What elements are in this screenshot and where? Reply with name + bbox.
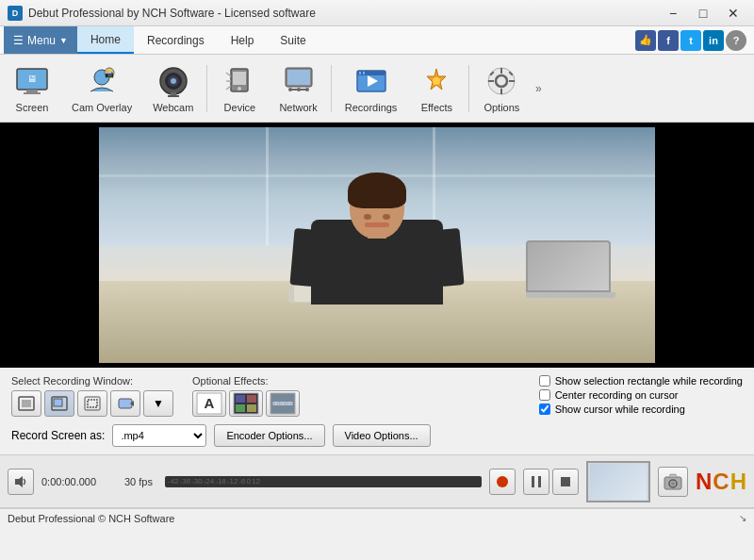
record-dropdown-button[interactable]: ▼ [143,390,173,417]
svg-point-61 [671,482,675,486]
svg-rect-34 [509,80,515,82]
controls-row2: Record Screen as: .mp4 .avi .wmv .mov En… [11,424,743,447]
facebook-like-icon[interactable]: 👍 [635,30,656,51]
facebook-icon[interactable]: f [658,30,679,51]
recordings-label: Recordings [345,102,398,113]
video-frame [99,127,655,363]
video-effect-button[interactable] [229,390,263,417]
svg-rect-50 [236,404,245,412]
svg-text:📷: 📷 [105,69,114,78]
toolbar-item-cam-overlay[interactable]: 📷 Cam Overlay [62,58,141,119]
pause-button[interactable] [523,469,549,495]
volume-button[interactable] [8,469,34,495]
effects-icon [419,64,453,98]
nch-h: H [730,469,746,495]
options-icon [484,64,518,98]
show-cursor-row: Show cursor while recording [539,404,743,415]
toolbar-item-recordings[interactable]: Recordings [336,58,407,119]
svg-rect-16 [233,72,246,85]
minimize-button[interactable]: − [660,4,686,23]
svg-rect-33 [488,80,494,82]
svg-rect-19 [287,70,310,85]
close-button[interactable]: ✕ [720,4,746,23]
toolbar-more-button[interactable]: » [532,58,545,119]
svg-rect-25 [357,71,385,75]
menu-dropdown-button[interactable]: ☰ Menu ▼ [4,26,77,54]
region-record-button[interactable] [77,390,107,417]
svg-point-28 [433,77,440,85]
show-selection-rect-checkbox[interactable] [539,375,550,387]
text-effect-button[interactable]: A [192,390,226,417]
status-corner: ↘ [739,513,746,523]
network-icon [282,64,316,98]
svg-rect-42 [88,400,97,407]
format-select[interactable]: .mp4 .avi .wmv .mov [112,424,206,447]
toolbar-item-screen[interactable]: 🖥 Screen [4,58,60,119]
help-icon[interactable]: ? [726,30,746,51]
effects-label: Effects [421,102,452,113]
toolbar-item-effects[interactable]: Effects [408,58,465,119]
center-recording-label: Center recording on cursor [555,389,679,401]
preview-thumbnail[interactable] [586,461,650,502]
show-cursor-label: Show cursor while recording [555,404,685,415]
svg-rect-26 [359,72,361,74]
title-bar-controls: − □ ✕ [660,4,746,23]
network-label: Network [279,102,317,113]
time-display: 0:00:00.000 [41,476,117,487]
watermark-effect-button[interactable]: 00:00:00 [266,390,300,417]
toolbar-item-options[interactable]: Options [473,58,530,119]
webcam-label: Webcam [153,102,193,113]
window-title: Debut Professional by NCH Software - Lic… [28,7,316,20]
svg-text:A: A [205,395,215,411]
center-recording-checkbox[interactable] [539,389,550,401]
recordings-icon [354,64,388,98]
svg-rect-3 [26,90,38,92]
svg-rect-38 [22,400,31,407]
recording-window-label: Select Recording Window: [11,375,173,387]
svg-rect-40 [54,399,62,406]
device-icon [222,64,256,98]
menu-right-icons: 👍 f t in ? [635,26,750,54]
show-cursor-checkbox[interactable] [539,404,550,415]
encoder-options-button[interactable]: Encoder Options... [214,424,324,447]
record-more-button[interactable] [110,390,140,417]
status-bar: Debut Professional © NCH Software ↘ [0,508,754,527]
menu-item-home[interactable]: Home [77,26,134,54]
title-bar: D Debut Professional by NCH Software - L… [0,0,754,26]
menu-label: Menu [27,34,56,47]
menu-bar: ☰ Menu ▼ Home Recordings Help Suite 👍 f … [0,26,754,55]
svg-rect-31 [500,68,502,74]
video-options-button[interactable]: Video Options... [333,424,431,447]
toolbar: 🖥 Screen 📷 Cam Overlay We [0,55,754,123]
fps-display: 30 fps [124,476,157,487]
linkedin-icon[interactable]: in [703,30,724,51]
fullscreen-record-button[interactable] [11,390,41,417]
menu-item-suite[interactable]: Suite [267,26,319,54]
controls-area: Select Recording Window: ▼ Optional Effe [0,368,754,455]
svg-text:00:00:00: 00:00:00 [273,401,292,406]
hamburger-icon: ☰ [13,34,24,47]
snapshot-button[interactable] [658,467,688,497]
laptop [526,240,611,297]
maximize-button[interactable]: □ [690,4,716,23]
svg-point-21 [305,88,309,91]
svg-rect-32 [500,89,502,94]
cam-overlay-label: Cam Overlay [72,102,132,113]
svg-rect-27 [363,72,365,74]
record-dot-icon [497,476,508,487]
svg-text:D: D [12,8,19,18]
toolbar-item-device[interactable]: Device [211,58,268,119]
screen-icon: 🖥 [15,64,49,98]
record-button[interactable] [489,469,516,495]
toolbar-item-webcam[interactable]: Webcam [143,58,203,119]
toolbar-item-network[interactable]: Network [270,58,326,119]
level-meter: -42 -36 -30 -24 -18 -12 -6 0 12 [165,476,482,487]
svg-rect-14 [168,95,179,97]
menu-item-help[interactable]: Help [218,26,268,54]
window-record-button[interactable] [44,390,74,417]
menu-item-recordings[interactable]: Recordings [134,26,218,54]
twitter-icon[interactable]: t [680,30,701,51]
stop-button[interactable] [552,469,579,495]
svg-rect-58 [561,477,570,486]
nch-n: N [696,469,712,495]
